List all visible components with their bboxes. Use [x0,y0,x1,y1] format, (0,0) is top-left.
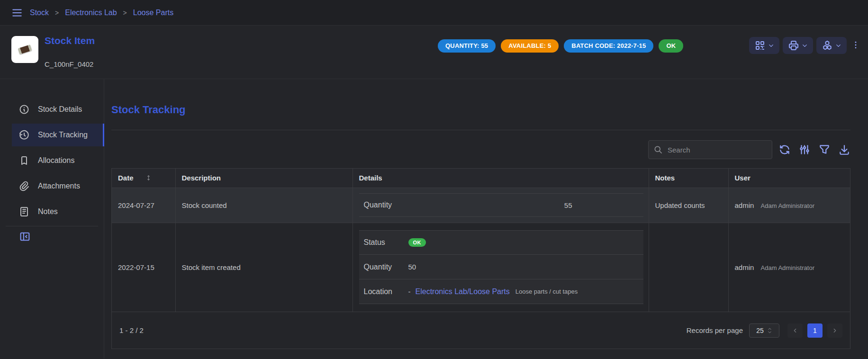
sidebar-item-notes[interactable]: Notes [12,200,104,223]
page-controls: 1 [787,323,842,338]
printing-actions-button[interactable] [783,37,813,54]
detail-row-quantity: Quantity 50 [359,255,643,279]
chevron-left-icon [792,327,798,334]
cell-details: Quantity 55 [353,188,649,223]
filter-icon [818,144,831,156]
column-header-details[interactable]: Details [353,169,649,188]
search-box [648,140,772,159]
location-dash: - [408,287,411,296]
user-fullname: Adam Administrator [761,202,814,209]
sidebar-item-allocations[interactable]: Allocations [12,149,104,172]
hamburger-menu-icon[interactable] [11,7,23,19]
records-per-page-select[interactable]: 25 [749,323,779,338]
part-thumbnail[interactable] [11,36,38,63]
title-block: Stock Item C_100nF_0402 [45,35,95,68]
sidebar-collapse-icon [19,231,31,242]
location-description: Loose parts / cut tapes [515,288,578,295]
column-header-date[interactable]: Date [112,169,175,188]
previous-page-button[interactable] [787,323,803,338]
column-header-description[interactable]: Description [175,169,353,188]
sidebar-item-stock-details[interactable]: Stock Details [12,98,104,121]
dots-vertical-icon [851,40,860,50]
sidebar-item-label: Notes [38,207,58,216]
barcode-actions-button[interactable] [749,37,779,54]
stock-item-page: Stock > Electronics Lab > Loose Parts St… [0,0,868,359]
notes-icon [18,206,30,217]
cell-description: Stock counted [175,188,353,223]
chevron-down-icon [768,42,775,49]
detail-row-quantity: Quantity 55 [359,193,643,217]
cell-description: Stock item created [175,223,353,312]
sidebar: Stock Details Stock Tracking Allocations [0,79,104,359]
detail-row-status: Status OK [359,230,643,255]
location-link[interactable]: Electronics Lab/Loose Parts [416,287,510,296]
sidebar-item-label: Stock Details [38,105,82,114]
record-range-label: 1 - 2 / 2 [119,326,144,334]
detail-label: Quantity [359,201,408,209]
breadcrumb-loose-parts[interactable]: Loose Parts [133,9,173,17]
sidebar-item-label: Allocations [38,156,74,165]
download-icon [838,144,850,156]
status-ok-chip: OK [408,238,426,247]
detail-label: Quantity [359,263,408,271]
batch-code-badge: BATCH CODE: 2022-7-15 [564,39,653,53]
table-columns-button[interactable] [798,144,811,156]
capacitor-image [18,45,32,54]
detail-value: 55 [408,201,572,209]
table-header-row: Date Description Details Notes User [112,169,850,188]
adjustments-icon [798,144,811,156]
table-row[interactable]: 2022-07-15 Stock item created Status OK [112,223,850,312]
column-label: Date [118,174,134,182]
breadcrumb: Stock > Electronics Lab > Loose Parts [30,9,173,17]
table-row[interactable]: 2024-07-27 Stock counted Quantity 55 [112,188,850,223]
detail-table: Status OK Quantity 50 [359,230,643,304]
cell-user: admin Adam Administrator [728,223,850,312]
part-name: C_100nF_0402 [45,60,95,68]
column-header-user[interactable]: User [728,169,850,188]
page-title: Stock Item [45,35,95,46]
user-fullname: Adam Administrator [761,264,814,271]
detail-label: Location [359,287,408,296]
heading-divider [111,130,850,130]
status-badges: QUANTITY: 55 AVAILABLE: 5 BATCH CODE: 20… [438,39,683,53]
search-input[interactable] [667,145,767,154]
sidebar-item-attachments[interactable]: Attachments [12,175,104,197]
sidebar-item-label: Attachments [38,182,80,190]
detail-value: 50 [408,263,416,271]
page-1-button[interactable]: 1 [807,323,823,338]
chevron-right-icon [832,327,838,334]
sidebar-item-stock-tracking[interactable]: Stock Tracking [12,124,104,146]
username: admin [735,201,754,209]
bookmark-icon [18,155,30,166]
history-icon [18,129,30,141]
cell-user: admin Adam Administrator [728,188,850,223]
stock-operations-button[interactable] [816,37,847,54]
sidebar-collapse-button[interactable] [19,231,104,242]
packages-icon [822,40,833,51]
detail-row-location: Location - Electronics Lab/Loose Parts L… [359,279,643,304]
filter-button[interactable] [818,144,831,156]
printer-icon [788,40,799,51]
table-toolbar [111,140,850,159]
breadcrumb-stock[interactable]: Stock [30,9,49,17]
overflow-menu-button[interactable] [851,40,860,50]
panel-heading: Stock Tracking [111,104,850,116]
cell-date: 2024-07-27 [112,188,175,223]
content-area: Stock Details Stock Tracking Allocations [0,79,868,359]
sidebar-item-label: Stock Tracking [38,131,88,139]
detail-label: Status [359,238,408,247]
chevron-down-icon [801,42,808,49]
search-icon [653,145,663,154]
column-header-notes[interactable]: Notes [649,169,728,188]
available-badge: AVAILABLE: 5 [501,39,559,53]
next-page-button[interactable] [827,323,842,338]
refresh-icon [778,144,791,156]
breadcrumb-electronics-lab[interactable]: Electronics Lab [65,9,117,17]
records-per-page-label: Records per page [687,326,743,334]
download-button[interactable] [838,144,850,156]
refresh-button[interactable] [778,144,791,156]
table-actions [778,144,850,156]
table-pagination: 1 - 2 / 2 Records per page 25 [112,312,850,349]
qrcode-icon [754,40,766,51]
select-stepper-icon [767,327,772,334]
